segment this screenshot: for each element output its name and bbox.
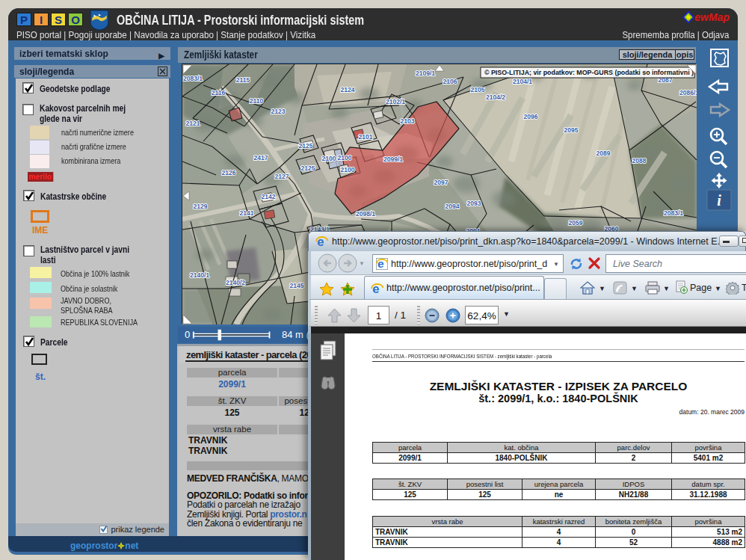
svg-text:2094: 2094 — [446, 203, 460, 210]
svg-text:2099/1: 2099/1 — [383, 156, 403, 163]
svg-text:2127: 2127 — [275, 173, 289, 180]
svg-text:2059: 2059 — [569, 219, 583, 227]
svg-text:2115: 2115 — [236, 76, 250, 84]
svg-text:2417: 2417 — [254, 154, 268, 161]
svg-text:2083/1: 2083/1 — [664, 209, 683, 217]
svg-text:2096: 2096 — [524, 113, 538, 120]
svg-text:2105: 2105 — [471, 86, 485, 93]
svg-text:2097: 2097 — [434, 179, 448, 186]
svg-text:2098/1: 2098/1 — [356, 210, 375, 218]
svg-text:i: i — [717, 192, 721, 209]
svg-text:2121: 2121 — [186, 120, 200, 127]
svg-text:2125: 2125 — [299, 142, 313, 150]
svg-text:2102/1: 2102/1 — [386, 98, 405, 105]
svg-text:2095: 2095 — [564, 126, 579, 134]
svg-text:2100: 2100 — [341, 166, 355, 173]
svg-text:2101: 2101 — [359, 133, 373, 141]
svg-text:2124: 2124 — [341, 86, 355, 93]
svg-text:2145: 2145 — [290, 282, 304, 289]
svg-text:2116: 2116 — [212, 89, 226, 96]
svg-text:2123: 2123 — [271, 108, 286, 115]
svg-text:2104/2: 2104/2 — [486, 93, 505, 101]
svg-text:2104/1: 2104/1 — [513, 78, 532, 85]
svg-text:2088: 2088 — [632, 157, 647, 164]
svg-text:2142: 2142 — [262, 193, 276, 200]
svg-text:2086/1: 2086/1 — [679, 89, 697, 96]
svg-text:2141: 2141 — [240, 209, 254, 217]
svg-text:2126: 2126 — [222, 169, 236, 176]
svg-text:2100: 2100 — [338, 154, 352, 161]
svg-text:© PISO-LITIJA; vir podatkov: M: © PISO-LITIJA; vir podatkov: MOP-GURS (p… — [484, 69, 694, 76]
svg-text:2109/1: 2109/1 — [416, 70, 435, 77]
svg-text:2125: 2125 — [301, 164, 315, 172]
svg-text:2089: 2089 — [597, 150, 611, 157]
svg-text:2140/2: 2140/2 — [226, 279, 245, 286]
svg-text:2110: 2110 — [250, 97, 264, 105]
svg-text:2106: 2106 — [443, 78, 457, 85]
svg-text:2129: 2129 — [194, 203, 208, 210]
svg-text:2100: 2100 — [322, 155, 336, 162]
svg-text:2140/1: 2140/1 — [190, 271, 209, 279]
svg-text:2083/1: 2083/1 — [183, 75, 203, 82]
svg-text:2103: 2103 — [401, 117, 415, 125]
svg-text:2093: 2093 — [467, 200, 481, 207]
